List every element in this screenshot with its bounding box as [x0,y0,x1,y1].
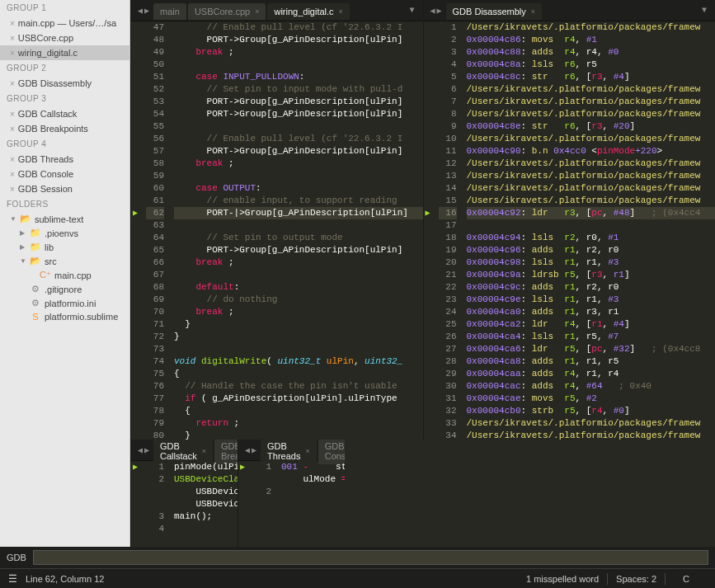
asm-line[interactable] [467,219,716,232]
close-icon[interactable]: × [305,447,309,455]
group-item[interactable]: ×main.cpp — Users/…/sa [0,16,129,31]
callstack-line[interactable]: USBDevice>,this@entry = 0x200006b0 < [174,486,238,498]
group-item[interactable]: ×GDB Disassembly [0,76,129,91]
folder-item[interactable]: ▼📂src [0,254,129,268]
folder-item[interactable]: ▶📁.pioenvs [0,226,129,240]
nav-back-icon[interactable]: ◀ [138,445,143,455]
code-line[interactable]: break ; [174,256,423,269]
asm-line[interactable]: /Users/ikravets/.platformio/packages/fra… [467,21,716,34]
expand-icon[interactable]: ▶ [20,229,26,237]
tab[interactable]: wiring_digital.c× [267,3,349,20]
code-line[interactable]: PORT->Group[g_APinDescription[ulPin] [174,96,423,108]
code-line[interactable]: if ( g_APinDescription[ulPin].ulPinType [174,393,423,405]
close-icon[interactable]: × [531,7,535,16]
asm-line[interactable]: /Users/ikravets/.platformio/packages/fra… [467,108,716,120]
asm-line[interactable]: 0x00004c92: ldr r3, [pc, #48] ; (0x4cc4 [467,207,716,219]
group-item[interactable]: ×GDB Session [0,181,129,196]
expand-icon[interactable]: ▼ [10,215,16,223]
file-item[interactable]: C⁺main.cpp [0,268,129,282]
asm-line[interactable]: 0x00004cac: adds r4, #64 ; 0x40 [467,380,716,393]
asm-line[interactable]: 0x00004c8a: lsls r6, r5 [467,59,716,71]
asm-line[interactable]: /Users/ikravets/.platformio/packages/fra… [467,417,716,430]
status-spell[interactable]: 1 misspelled word [518,574,607,584]
asm-line[interactable]: 0x00004c96: adds r1, r2, r0 [467,244,716,256]
asm-line[interactable]: 0x00004ca2: ldr r4, [r1, #4] [467,318,716,331]
group-item[interactable]: ×GDB Breakpoints [0,121,129,136]
callstack-line[interactable]: USBDevice>,); [174,498,238,510]
folder-item[interactable]: ▶📁lib [0,240,129,254]
close-icon[interactable]: × [10,110,15,119]
asm-line[interactable]: 0x00004c90: b.n 0x4cc0 <pinMode+220> [467,145,716,158]
code-line[interactable] [174,269,423,281]
code-line[interactable] [174,219,423,232]
close-icon[interactable]: × [10,34,15,43]
asm-line[interactable]: 0x00004c8c: str r6, [r3, #4] [467,71,716,83]
nav-back-icon[interactable]: ◀ [245,445,250,455]
group-item[interactable]: ×GDB Threads [0,152,129,167]
asm-line[interactable]: /Users/ikravets/.platformio/packages/fra… [467,170,716,182]
gdb-input[interactable] [33,550,708,565]
close-icon[interactable]: × [10,155,15,164]
asm-line[interactable]: 0x00004ca0: adds r1, r3, r1 [467,306,716,318]
code-line[interactable]: // Enable pull level (cf '22.6.3.2 I [174,21,423,34]
close-icon[interactable]: × [339,7,343,16]
asm-line[interactable]: 0x00004cb0: strb r5, [r4, #0] [467,405,716,417]
code-line[interactable]: break ; [174,46,423,59]
callstack-line[interactable] [174,523,238,535]
thread-line[interactable] [281,486,345,498]
code-line[interactable]: // Set pin to input mode with pull-d [174,83,423,96]
asm-line[interactable]: 0x00004c9a: ldrsb r5, [r3, r1] [467,269,716,281]
file-item[interactable]: ⚙.gitignore [0,282,129,296]
status-position[interactable]: Line 62, Column 12 [17,574,112,584]
code-line[interactable]: break ; [174,306,423,318]
asm-line[interactable]: 0x00004c9c: adds r1, r2, r0 [467,281,716,294]
thread-line[interactable]: ulMode = 1); [281,473,345,486]
code-line[interactable]: case OUTPUT: [174,182,423,195]
code-line[interactable]: return ; [174,417,423,430]
close-icon[interactable]: × [10,170,15,179]
asm-line[interactable]: 0x00004caa: adds r4, r1, r4 [467,368,716,380]
asm-line[interactable]: /Users/ikravets/.platformio/packages/fra… [467,430,716,440]
code-line[interactable]: PORT->Group[g_APinDescription[ulPin] [174,34,423,46]
nav-back-icon[interactable]: ◀ [430,6,435,16]
code-line[interactable]: default: [174,281,423,294]
asm-line[interactable]: 0x00004ca8: adds r1, r1, r5 [467,355,716,368]
group-item[interactable]: ×wiring_digital.c [0,45,129,60]
code-line[interactable]: } [174,430,423,440]
group-item[interactable]: ×USBCore.cpp [0,31,129,45]
expand-icon[interactable]: ▼ [20,257,26,265]
asm-line[interactable]: /Users/ikravets/.platformio/packages/fra… [467,83,716,96]
asm-line[interactable]: /Users/ikravets/.platformio/packages/fra… [467,96,716,108]
nav-fwd-icon[interactable]: ▶ [252,445,256,455]
asm-line[interactable]: 0x00004c94: lsls r2, r0, #1 [467,232,716,244]
code-line[interactable]: PORT->Group[g_APinDescription[ulPin] [174,108,423,120]
code-line[interactable]: // Enable pull level (cf '22.6.3.2 I [174,133,423,145]
code-line[interactable]: // enable input, to support reading [174,195,423,207]
callstack-line[interactable]: main(); [174,510,238,523]
close-icon[interactable]: × [10,79,15,88]
thread-line[interactable]: 001 - stopped - pinMode(ulPin = 31, [281,461,345,473]
code-line[interactable]: // Handle the case the pin isn't usable [174,380,423,393]
code-line[interactable]: } [174,318,423,331]
nav-fwd-icon[interactable]: ▶ [144,6,149,16]
nav-fwd-icon[interactable]: ▶ [144,445,149,455]
code-line[interactable]: PORT->Group[g_APinDescription[ulPin] [174,244,423,256]
code-line[interactable]: void digitalWrite( uint32_t ulPin, uint3… [174,355,423,368]
code-line[interactable]: break ; [174,158,423,170]
code-line[interactable]: case INPUT_PULLDOWN: [174,71,423,83]
callstack-line[interactable]: pinMode(ulPin = 31,ulMode = 1,); [174,461,238,473]
asm-line[interactable]: /Users/ikravets/.platformio/packages/fra… [467,133,716,145]
asm-line[interactable]: 0x00004c88: adds r4, r4, #0 [467,46,716,59]
asm-line[interactable]: /Users/ikravets/.platformio/packages/fra… [467,182,716,195]
close-icon[interactable]: × [202,447,206,455]
asm-line[interactable]: 0x00004c9e: lsls r1, r1, #3 [467,294,716,306]
code-line[interactable]: } [174,331,423,343]
status-spaces[interactable]: Spaces: 2 [608,574,665,584]
group-item[interactable]: ×GDB Callstack [0,106,129,121]
code-line[interactable]: { [174,368,423,380]
code-line[interactable]: // do nothing [174,294,423,306]
code-line[interactable]: { [174,405,423,417]
nav-back-icon[interactable]: ◀ [138,6,143,16]
code-line[interactable] [174,170,423,182]
callstack-line[interactable]: USBDeviceClass::init(this = 0x200006b0 < [174,473,238,486]
